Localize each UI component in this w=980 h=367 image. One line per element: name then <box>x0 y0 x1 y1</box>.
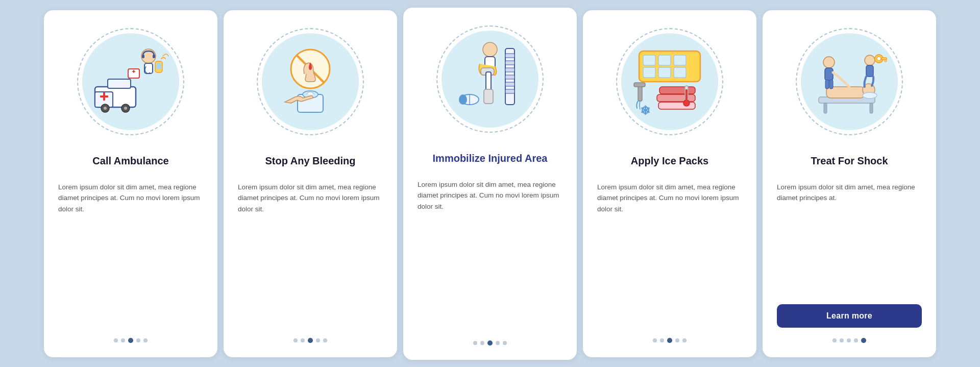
svg-rect-39 <box>658 55 671 65</box>
dot-2[interactable] <box>660 338 664 342</box>
dot-1[interactable] <box>653 338 657 342</box>
card-text: Lorem ipsum dolor sit dim amet, mea regi… <box>597 182 742 328</box>
illustration-call-ambulance <box>75 26 187 138</box>
dot-2[interactable] <box>840 338 844 342</box>
svg-rect-14 <box>156 63 161 69</box>
card-treat-shock: Treat For Shock Lorem ipsum dolor sit di… <box>763 10 936 357</box>
card-title: Treat For Shock <box>811 147 888 175</box>
dot-3[interactable] <box>128 338 133 343</box>
svg-point-7 <box>124 107 127 110</box>
svg-rect-48 <box>634 83 645 87</box>
learn-more-button[interactable]: Learn more <box>777 304 922 328</box>
card-text: Lorem ipsum dolor sit dim amet, mea regi… <box>777 182 922 295</box>
svg-rect-3 <box>103 92 105 101</box>
dot-4[interactable] <box>675 338 679 342</box>
dots-container <box>832 338 866 343</box>
card-title: Call Ambulance <box>92 147 168 175</box>
dot-5[interactable] <box>323 338 327 342</box>
svg-rect-45 <box>657 94 695 102</box>
dot-4[interactable] <box>854 338 858 342</box>
svg-point-67 <box>877 57 881 61</box>
svg-point-22 <box>483 42 497 57</box>
svg-rect-29 <box>505 61 514 65</box>
svg-point-36 <box>459 94 467 105</box>
svg-rect-10 <box>142 55 144 58</box>
svg-rect-61 <box>825 68 833 81</box>
svg-rect-62 <box>825 80 829 89</box>
svg-point-57 <box>863 92 877 99</box>
illustration-treat-shock <box>793 26 905 138</box>
svg-rect-41 <box>643 67 655 78</box>
svg-rect-63 <box>829 80 833 89</box>
svg-rect-53 <box>685 89 688 93</box>
dot-1[interactable] <box>293 338 298 342</box>
card-text: Lorem ipsum dolor sit dim amet, mea regi… <box>238 182 383 328</box>
svg-rect-38 <box>643 55 655 65</box>
svg-rect-28 <box>505 54 514 58</box>
card-text: Lorem ipsum dolor sit dim amet, mea regi… <box>58 182 203 328</box>
dots-container <box>293 338 327 343</box>
svg-point-60 <box>823 57 835 68</box>
svg-point-64 <box>865 55 875 65</box>
cards-container: Call Ambulance Lorem ipsum dolor sit dim… <box>29 0 951 367</box>
illustration-immobilize <box>434 23 546 135</box>
dots-container <box>653 338 687 343</box>
dots-container <box>114 338 148 343</box>
dot-3[interactable] <box>308 338 313 343</box>
immobilize-icon <box>449 38 531 120</box>
svg-rect-17 <box>133 70 134 73</box>
illustration-ice-packs: ❄ <box>614 26 726 138</box>
dot-4[interactable] <box>496 341 500 345</box>
svg-rect-30 <box>505 68 514 72</box>
svg-rect-32 <box>505 82 514 86</box>
card-title: Immobilize Injured Area <box>433 144 548 172</box>
card-title: Apply Ice Packs <box>631 147 708 175</box>
svg-rect-65 <box>866 65 873 77</box>
svg-rect-58 <box>824 103 827 113</box>
card-immobilize: Immobilize Injured Area Lorem ipsum dolo… <box>403 8 577 360</box>
dot-4[interactable] <box>316 338 320 342</box>
dot-5[interactable] <box>861 338 866 343</box>
dot-2[interactable] <box>121 338 125 342</box>
dot-3[interactable] <box>487 340 493 346</box>
svg-rect-59 <box>870 103 873 113</box>
svg-rect-43 <box>674 67 686 78</box>
illustration-stop-bleeding <box>254 26 366 138</box>
card-ice-packs: ❄ Apply Ice Packs Lorem ipsum dolor sit … <box>583 10 756 357</box>
dot-2[interactable] <box>301 338 305 342</box>
svg-rect-31 <box>505 75 514 79</box>
ambulance-icon <box>90 41 172 123</box>
svg-rect-40 <box>674 55 686 65</box>
dot-5[interactable] <box>143 338 148 342</box>
dot-1[interactable] <box>114 338 118 342</box>
dot-3[interactable] <box>847 338 851 342</box>
svg-rect-47 <box>638 86 642 101</box>
svg-rect-44 <box>659 87 695 94</box>
dot-4[interactable] <box>136 338 140 342</box>
dots-container <box>473 340 507 346</box>
svg-point-6 <box>104 107 107 110</box>
dot-1[interactable] <box>473 341 477 345</box>
dot-1[interactable] <box>832 338 837 342</box>
card-text: Lorem ipsum dolor sit dim amet, mea regi… <box>418 179 562 330</box>
svg-rect-8 <box>108 79 131 88</box>
shock-icon <box>808 41 890 123</box>
card-stop-bleeding: Stop Any Bleeding Lorem ipsum dolor sit … <box>224 10 397 357</box>
card-title: Stop Any Bleeding <box>265 147 355 175</box>
svg-rect-11 <box>153 55 155 58</box>
card-call-ambulance: Call Ambulance Lorem ipsum dolor sit dim… <box>44 10 217 357</box>
svg-rect-68 <box>881 58 887 60</box>
dot-5[interactable] <box>503 341 507 345</box>
dot-5[interactable] <box>682 338 687 342</box>
svg-rect-69 <box>885 60 887 62</box>
bleeding-icon <box>270 41 351 123</box>
svg-rect-33 <box>505 89 514 93</box>
dot-2[interactable] <box>480 341 484 345</box>
svg-rect-42 <box>658 67 671 78</box>
dot-3[interactable] <box>667 338 672 343</box>
svg-rect-26 <box>484 89 493 104</box>
ice-packs-icon: ❄ <box>629 41 710 123</box>
svg-text:❄: ❄ <box>640 104 650 117</box>
